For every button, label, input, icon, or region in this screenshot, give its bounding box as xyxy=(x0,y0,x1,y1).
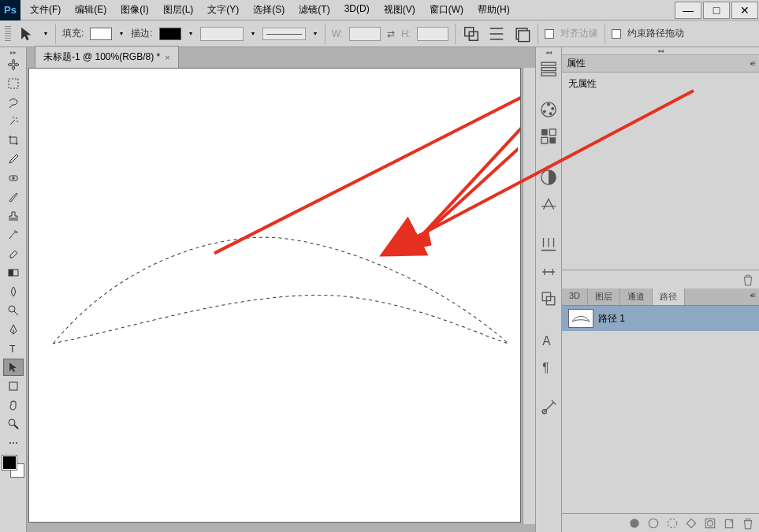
brush-tool[interactable] xyxy=(3,188,24,206)
edit-toolbar[interactable] xyxy=(3,434,24,452)
path-thumbnail xyxy=(568,309,593,328)
path-ops-icon[interactable] xyxy=(462,25,481,43)
menu-filter[interactable]: 滤镜(T) xyxy=(292,0,336,20)
tools-grip[interactable]: ▸▸ xyxy=(3,49,24,55)
panels-grip[interactable]: ◂◂ xyxy=(562,47,759,55)
maximize-button[interactable]: □ xyxy=(703,2,730,19)
styles-panel-icon[interactable] xyxy=(538,194,559,214)
tab-paths[interactable]: 路径 xyxy=(653,288,685,305)
menu-window[interactable]: 窗口(W) xyxy=(423,0,470,20)
gradient-tool[interactable] xyxy=(3,264,24,281)
properties-panel-header[interactable]: 属性 ▪≡ xyxy=(562,55,759,73)
type-tool[interactable]: T xyxy=(3,340,24,357)
panel-menu-icon[interactable]: ▪≡ xyxy=(750,59,754,68)
stroke-label: 描边: xyxy=(131,27,152,40)
crop-tool[interactable] xyxy=(3,132,24,149)
blur-tool[interactable] xyxy=(3,283,24,300)
separator xyxy=(55,24,56,44)
width-label: W: xyxy=(332,28,343,39)
menu-help[interactable]: 帮助(H) xyxy=(471,0,516,20)
path-align-icon[interactable] xyxy=(487,25,506,43)
path-select-tool-icon[interactable] xyxy=(17,25,36,43)
minimize-button[interactable]: — xyxy=(675,2,701,19)
svg-marker-23 xyxy=(407,231,432,251)
options-grip[interactable] xyxy=(5,26,11,42)
tools-panel: ▸▸ T xyxy=(0,47,27,532)
svg-point-32 xyxy=(543,110,546,113)
tool-preset-dropdown[interactable]: ▾ xyxy=(43,30,49,37)
tab-channels[interactable]: 通道 xyxy=(620,288,653,305)
eraser-tool[interactable] xyxy=(3,245,24,262)
paragraph-panel-icon[interactable]: ¶ xyxy=(538,356,559,377)
menu-file[interactable]: 文件(F) xyxy=(24,0,67,20)
fill-path-icon[interactable] xyxy=(628,517,641,530)
heal-tool[interactable] xyxy=(3,169,24,187)
document-tab[interactable]: 未标题-1 @ 100%(RGB/8) * × xyxy=(35,46,179,68)
add-mask-icon[interactable] xyxy=(704,517,716,530)
move-tool[interactable] xyxy=(3,56,24,73)
eyedropper-tool[interactable] xyxy=(3,151,24,168)
menu-layer[interactable]: 图层(L) xyxy=(157,0,200,20)
stamp-tool[interactable] xyxy=(3,207,24,225)
svg-rect-27 xyxy=(541,73,556,76)
lasso-tool[interactable] xyxy=(3,94,24,111)
path-to-selection-icon[interactable] xyxy=(666,517,679,530)
path-item[interactable]: 路径 1 xyxy=(562,306,759,331)
panel-menu-icon[interactable]: ▪≡ xyxy=(746,288,759,305)
stroke-swatch[interactable] xyxy=(159,28,181,40)
tab-layers[interactable]: 图层 xyxy=(588,288,620,305)
menu-view[interactable]: 视图(V) xyxy=(378,0,422,20)
pen-tool[interactable] xyxy=(3,321,24,338)
new-path-icon[interactable] xyxy=(723,517,735,530)
menu-image[interactable]: 图像(I) xyxy=(114,0,154,20)
separator xyxy=(605,24,605,44)
tool-preset-panel-icon[interactable] xyxy=(538,397,559,418)
adjustments-panel-icon[interactable] xyxy=(538,167,559,188)
brush-settings-panel-icon[interactable] xyxy=(538,262,559,282)
stroke-width-dropdown[interactable]: ▾ xyxy=(250,30,256,37)
constrain-path-checkbox[interactable] xyxy=(612,29,621,39)
brushes-panel-icon[interactable] xyxy=(538,235,559,255)
stroke-dropdown[interactable]: ▾ xyxy=(188,30,194,37)
character-panel-icon[interactable]: A xyxy=(538,329,559,350)
history-brush-tool[interactable] xyxy=(3,226,24,244)
dock-grip[interactable]: ◂◂ xyxy=(538,49,559,55)
trash-icon[interactable] xyxy=(742,517,754,530)
swatches-panel-icon[interactable] xyxy=(538,126,559,147)
fill-label: 填充: xyxy=(62,27,84,40)
trash-icon[interactable] xyxy=(742,273,754,286)
dodge-tool[interactable] xyxy=(3,302,24,319)
main-area: ▸▸ T 未标题-1 @ 100%(RGB/8) * × xyxy=(0,47,759,532)
align-edges-checkbox[interactable] xyxy=(545,29,554,39)
marquee-tool[interactable] xyxy=(3,75,24,92)
selection-to-path-icon[interactable] xyxy=(685,517,698,530)
stroke-path-icon[interactable] xyxy=(647,517,660,530)
path-arrange-icon[interactable] xyxy=(512,25,531,43)
path-selection-tool[interactable] xyxy=(3,359,24,376)
wand-tool[interactable] xyxy=(3,113,24,130)
menu-3d[interactable]: 3D(D) xyxy=(338,0,376,20)
zoom-tool[interactable] xyxy=(3,415,24,433)
history-panel-icon[interactable] xyxy=(538,58,559,79)
foreground-color[interactable] xyxy=(2,456,17,470)
fill-dropdown[interactable]: ▾ xyxy=(118,30,125,37)
shape-tool[interactable] xyxy=(3,378,24,395)
menu-text[interactable]: 文字(Y) xyxy=(201,0,245,20)
canvas[interactable] xyxy=(28,68,521,523)
fill-swatch[interactable] xyxy=(90,28,112,40)
tab-3d[interactable]: 3D xyxy=(562,288,588,305)
color-panel-icon[interactable] xyxy=(538,99,559,120)
menu-select[interactable]: 选择(S) xyxy=(247,0,291,20)
link-icon[interactable]: ⇄ xyxy=(387,28,395,39)
stroke-width-input[interactable] xyxy=(200,27,244,41)
stroke-style-dropdown[interactable]: ▾ xyxy=(312,30,318,37)
path-name: 路径 1 xyxy=(598,312,625,326)
svg-point-20 xyxy=(16,442,17,444)
color-swatches[interactable] xyxy=(2,456,24,478)
menu-edit[interactable]: 编辑(E) xyxy=(69,0,113,20)
close-tab-icon[interactable]: × xyxy=(165,53,169,62)
clone-source-panel-icon[interactable] xyxy=(538,288,559,309)
close-button[interactable]: ✕ xyxy=(731,2,758,19)
vertical-scrollbar[interactable] xyxy=(523,68,535,524)
hand-tool[interactable] xyxy=(3,396,24,414)
